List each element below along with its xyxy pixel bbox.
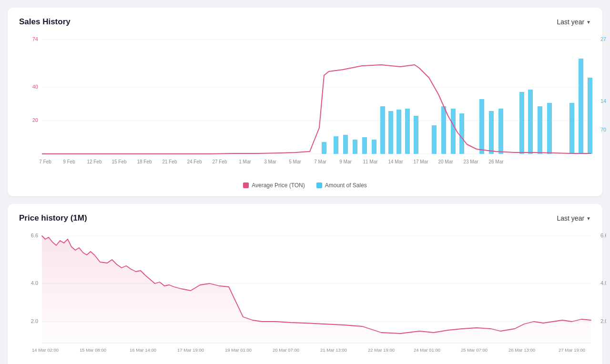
svg-text:7 Mar: 7 Mar [314,159,326,164]
svg-text:2.0: 2.0 [31,318,38,324]
svg-rect-31 [547,103,552,154]
svg-text:20 Mar 07:00: 20 Mar 07:00 [273,347,299,353]
svg-rect-22 [441,106,446,154]
legend-avg-price-dot [243,182,249,188]
svg-rect-19 [405,109,410,154]
svg-text:17 Mar: 17 Mar [413,159,428,164]
svg-text:26 Mar 13:00: 26 Mar 13:00 [508,347,535,353]
svg-text:11 Mar: 11 Mar [363,159,378,164]
legend-avg-price: Average Price (TON) [243,182,305,189]
svg-rect-25 [479,99,484,154]
price-history-dropdown[interactable]: Last year ▼ [557,214,591,222]
svg-rect-17 [388,111,393,154]
svg-text:2.0: 2.0 [600,318,606,324]
chevron-down-icon: ▼ [586,216,591,221]
svg-text:25 Mar 07:00: 25 Mar 07:00 [461,347,488,353]
svg-text:26 Mar: 26 Mar [488,159,504,164]
svg-rect-27 [498,109,503,154]
price-history-header: Price history (1M) Last year ▼ [19,213,591,223]
svg-rect-18 [396,110,401,154]
svg-rect-20 [414,116,418,154]
svg-text:7000: 7000 [600,127,606,132]
svg-rect-13 [353,140,357,154]
svg-rect-11 [334,136,338,154]
price-history-title: Price history (1M) [19,213,87,223]
svg-text:4.0: 4.0 [600,280,606,286]
svg-rect-15 [372,140,376,154]
svg-text:40: 40 [32,84,38,90]
sales-history-chart: 74 40 20 27602 14000 7000 [19,32,591,177]
svg-text:4.0: 4.0 [31,280,38,286]
sales-history-legend: Average Price (TON) Amount of Sales [19,182,591,189]
svg-text:6.6: 6.6 [600,233,606,238]
sales-history-header: Sales History Last year ▼ [19,17,591,27]
svg-rect-33 [579,59,583,154]
chevron-down-icon: ▼ [586,20,591,25]
svg-rect-24 [459,113,464,154]
svg-rect-10 [322,142,326,154]
svg-text:21 Mar 13:00: 21 Mar 13:00 [320,347,347,353]
svg-text:14 Mar 02:00: 14 Mar 02:00 [32,347,59,353]
svg-text:15 Feb: 15 Feb [112,159,127,164]
svg-rect-16 [380,106,385,154]
svg-rect-29 [528,90,533,154]
svg-text:24 Feb: 24 Feb [187,159,202,164]
svg-rect-28 [519,92,524,154]
svg-text:21 Feb: 21 Feb [162,159,177,164]
svg-text:1 Mar: 1 Mar [239,159,251,164]
svg-rect-23 [451,109,456,154]
svg-rect-21 [432,125,437,154]
svg-text:19 Mar 01:00: 19 Mar 01:00 [225,347,252,353]
legend-amount-sales-dot [316,182,322,188]
svg-text:5 Mar: 5 Mar [289,159,301,164]
svg-text:27 Mar 19:00: 27 Mar 19:00 [559,347,585,353]
svg-text:27602: 27602 [600,36,606,42]
sales-history-card: Sales History Last year ▼ 74 40 20 27602… [8,8,602,196]
svg-text:9 Feb: 9 Feb [63,159,75,164]
price-history-chart: 6.6 4.0 2.0 6.6 4.0 2.0 [19,229,591,359]
svg-text:23 Mar: 23 Mar [463,159,478,164]
svg-text:7 Feb: 7 Feb [39,159,51,164]
sales-history-dropdown[interactable]: Last year ▼ [557,18,591,26]
sales-history-title: Sales History [19,17,71,27]
svg-text:74: 74 [32,36,38,42]
svg-text:6.6: 6.6 [31,233,38,238]
svg-text:14 Mar: 14 Mar [388,159,403,164]
price-history-card: Price history (1M) Last year ▼ 6.6 4.0 2… [8,204,602,364]
svg-rect-14 [362,137,367,154]
svg-rect-26 [489,111,494,154]
svg-rect-34 [588,78,592,154]
svg-text:15 Mar 08:00: 15 Mar 08:00 [80,347,106,353]
svg-text:17 Mar 19:00: 17 Mar 19:00 [177,347,204,353]
svg-text:27 Feb: 27 Feb [212,159,227,164]
svg-rect-12 [343,135,348,154]
svg-text:20: 20 [32,117,38,123]
svg-text:14000: 14000 [600,98,606,104]
svg-text:18 Feb: 18 Feb [137,159,152,164]
svg-rect-30 [538,106,542,154]
svg-text:22 Mar 19:00: 22 Mar 19:00 [368,347,395,353]
svg-text:20 Mar: 20 Mar [438,159,453,164]
svg-text:16 Mar 14:00: 16 Mar 14:00 [130,347,156,353]
svg-text:24 Mar 01:00: 24 Mar 01:00 [414,347,440,353]
svg-text:9 Mar: 9 Mar [339,159,352,164]
svg-rect-32 [569,103,574,154]
svg-text:12 Feb: 12 Feb [87,159,102,164]
svg-text:3 Mar: 3 Mar [264,159,276,164]
legend-amount-sales: Amount of Sales [316,182,367,189]
